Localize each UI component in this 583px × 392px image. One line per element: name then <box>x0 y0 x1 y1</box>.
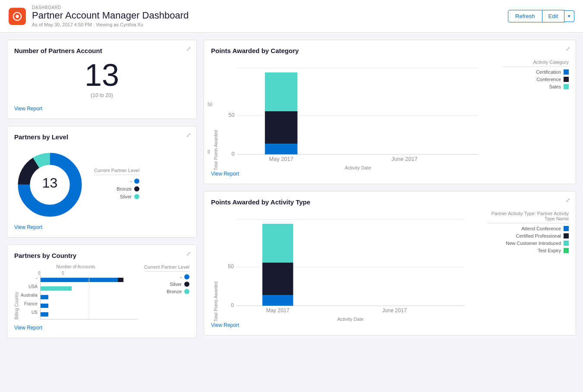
donut-legend-title: Current Partner Level <box>94 168 139 175</box>
header-info: DASHBOARD Partner Account Manager Dashbo… <box>32 5 508 27</box>
svg-text:June 2017: June 2017 <box>382 307 407 314</box>
act-legend-test: Test Expiry <box>488 248 569 253</box>
bar-france-blue <box>41 304 48 308</box>
legend-country-silver-dot <box>184 282 189 287</box>
points-category-title: Points Awarded by Category <box>211 47 569 54</box>
legend-item-silver: Silver <box>94 194 139 199</box>
act-legend-attend-box <box>564 226 569 231</box>
cat-legend-sales-box <box>564 84 569 89</box>
act-legend-test-label: Test Expiry <box>538 248 561 253</box>
partners-count-value: 13 <box>14 60 189 91</box>
legend-item-dash: - <box>94 179 139 184</box>
refresh-button[interactable]: Refresh <box>508 10 542 22</box>
partners-count-view-report[interactable]: View Report <box>14 106 42 112</box>
points-activity-view-report[interactable]: View Report <box>211 322 239 328</box>
act-legend-test-box <box>564 248 569 253</box>
donut-chart: 13 <box>14 149 85 220</box>
expand-icon-2[interactable]: ⤢ <box>186 132 191 138</box>
cat-legend-conf-box <box>564 77 569 82</box>
svg-text:June 2017: June 2017 <box>391 156 417 162</box>
act-legend-new-label: New Customer Introduced <box>506 241 561 246</box>
points-category-view-report[interactable]: View Report <box>211 171 239 177</box>
country-chart-container: Number of Accounts 0 5 Billing Country -… <box>14 264 189 320</box>
partners-level-title: Partners by Level <box>14 133 189 141</box>
activity-legend: Partner Activity Type: Partner Activity … <box>482 211 569 322</box>
partners-count-range: (10 to 20) <box>14 92 189 98</box>
cat-legend-cert: Certification <box>503 69 569 75</box>
legend-country-dash-dot <box>184 274 189 279</box>
country-y-title: Billing Country <box>14 275 19 320</box>
svg-text:0: 0 <box>231 302 234 308</box>
svg-text:May 2017: May 2017 <box>269 156 293 162</box>
edit-button[interactable]: Edit <box>542 10 564 22</box>
country-bars-row: Billing Country - USA Australia France U… <box>14 275 137 320</box>
points-activity-title: Points Awarded by Activity Type <box>211 198 569 206</box>
country-x-title: Number of Accounts <box>14 264 137 269</box>
bar-dash-blue-main <box>41 278 118 282</box>
svg-rect-13 <box>265 111 297 144</box>
donut-legend: Current Partner Level - Bronze Silver <box>94 168 139 202</box>
legend-dash-row: - <box>144 274 189 279</box>
country-label-australia: Australia <box>21 292 38 298</box>
header: DASHBOARD Partner Account Manager Dashbo… <box>0 0 583 33</box>
dashboard-label: DASHBOARD <box>32 5 508 10</box>
country-bar-chart: Number of Accounts 0 5 Billing Country -… <box>14 264 137 320</box>
act-legend-attend: Attend Conference <box>488 226 569 231</box>
partners-country-title: Partners by Country <box>14 252 189 259</box>
activity-x-title: Activity Date <box>218 317 482 322</box>
page-subtitle: As of May 30, 2017 4:50 PM · Viewing as … <box>32 22 508 27</box>
partners-level-view-report[interactable]: View Report <box>14 224 42 230</box>
expand-icon-4[interactable]: ⤢ <box>565 45 570 52</box>
activity-plot-area: 50 0 May 2017 June 2017 Activity Date <box>218 211 482 322</box>
cat-legend-cert-box <box>564 69 569 75</box>
country-label-france: France <box>24 301 38 307</box>
y-label-0: 0 <box>208 150 212 154</box>
y-label-50: 50 <box>208 102 212 107</box>
cat-legend-sales-label: Sales <box>549 84 561 89</box>
legend-item-bronze: Bronze <box>94 186 139 191</box>
cat-legend-conf-label: Conference <box>536 77 561 82</box>
partners-level-card: Partners by Level ⤢ 13 <box>7 126 197 238</box>
expand-icon-3[interactable]: ⤢ <box>186 250 191 257</box>
points-activity-chart: Total Points Awarded 50 0 <box>211 211 482 322</box>
partners-country-view-report[interactable]: View Report <box>14 325 42 331</box>
partners-country-card: Partners by Country ⤢ Number of Accounts… <box>7 245 197 338</box>
activity-svg-chart: 50 0 May 2017 June 2017 <box>218 211 482 314</box>
svg-point-1 <box>16 15 19 18</box>
donut-chart-area: 13 Current Partner Level - Bronze Silver <box>14 146 189 224</box>
main-content: Number of Partners Account ⤢ 13 (10 to 2… <box>0 33 583 345</box>
legend-country-bronze-dot <box>184 289 189 294</box>
y-labels: 50 0 <box>208 60 212 154</box>
svg-text:50: 50 <box>228 112 234 118</box>
donut-center-value: 13 <box>42 175 58 191</box>
points-category-chart: Total Points Awarded 50 0 <box>211 60 498 170</box>
category-plot-area: 50 0 50 0 <box>218 60 498 170</box>
cat-legend-conf: Conference <box>503 77 569 82</box>
country-label-dash: - <box>36 275 38 281</box>
country-bars-area <box>40 275 137 320</box>
legend-label-bronze: Bronze <box>117 186 132 191</box>
legend-bronze-row: Bronze <box>144 289 189 294</box>
country-label-us: US <box>32 310 38 316</box>
page-title: Partner Account Manager Dashboard <box>32 10 508 21</box>
points-category-card: Points Awarded by Category ⤢ Total Point… <box>204 40 576 184</box>
bar-usa-teal <box>41 286 72 291</box>
act-legend-new: New Customer Introduced <box>488 241 569 246</box>
chart-with-yaxis: Total Points Awarded 50 0 <box>211 60 498 170</box>
dropdown-button[interactable]: ▾ <box>564 10 574 22</box>
expand-icon-5[interactable]: ⤢ <box>565 197 570 204</box>
points-activity-card: Points Awarded by Activity Type ⤢ Total … <box>204 191 576 336</box>
svg-text:May 2017: May 2017 <box>266 307 290 314</box>
app-logo <box>9 8 26 25</box>
legend-country-dash-label: - <box>180 274 182 279</box>
country-labels: - USA Australia France US <box>21 275 38 320</box>
expand-icon[interactable]: ⤢ <box>186 45 191 52</box>
left-column: Number of Partners Account ⤢ 13 (10 to 2… <box>7 40 197 338</box>
act-legend-new-box <box>564 241 569 246</box>
act-legend-attend-label: Attend Conference <box>521 226 561 231</box>
category-legend: Activity Category Certification Conferen… <box>498 60 569 170</box>
country-legend: Current Partner Level - Silver Bronze <box>144 264 189 320</box>
cat-legend-cert-label: Certification <box>536 69 561 75</box>
svg-rect-12 <box>265 72 297 111</box>
svg-rect-23 <box>262 263 293 295</box>
